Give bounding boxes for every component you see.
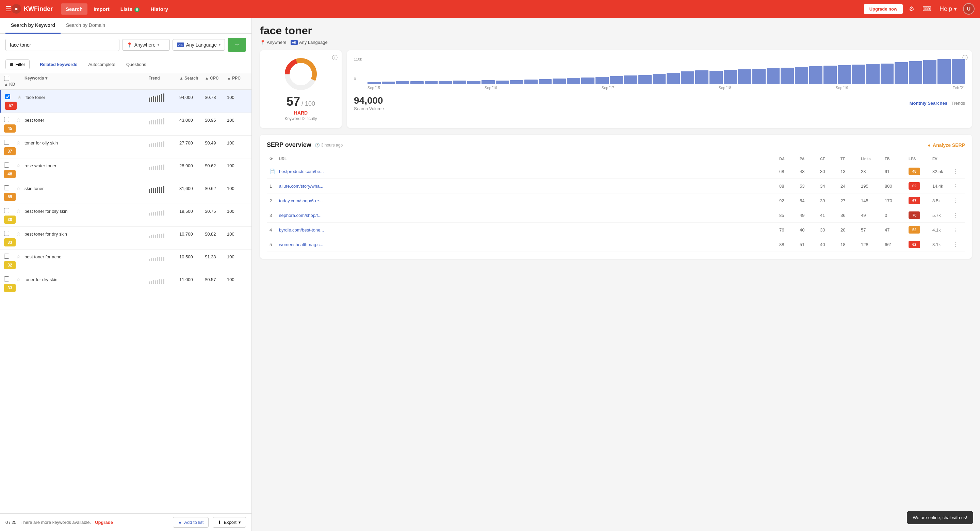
star-icon-1[interactable]: ☆ (16, 117, 21, 123)
help-menu[interactable]: Help ▾ (937, 3, 959, 14)
trend-bars-7 (149, 252, 179, 261)
row-checkbox-5[interactable] (4, 208, 9, 213)
star-icon-2[interactable]: ☆ (16, 140, 21, 146)
serp-menu-1[interactable]: ⋮ (953, 183, 958, 189)
table-row[interactable]: ★ face toner 94,000 $0.78 (0, 90, 251, 113)
serp-url-4[interactable]: byrdie.com/best-tone... (279, 227, 324, 233)
location-select[interactable]: 📍 Anywhere ▾ (122, 39, 170, 51)
upgrade-link[interactable]: Upgrade (95, 520, 113, 525)
sv-bar (453, 81, 466, 84)
serp-url-3[interactable]: sephora.com/shop/f... (279, 213, 321, 218)
kd-info-icon[interactable]: ⓘ (332, 54, 337, 62)
sv-chart: 110k 0 Sep '15 Sep '16 Sep '17 Sep '18 S… (354, 57, 965, 91)
app-logo: ● KWFinder (11, 4, 53, 14)
serp-header: SERP overview 🕐 3 hours ago ● Analyze SE… (267, 141, 965, 149)
row-checkbox-8[interactable] (4, 276, 9, 282)
kd-badge-3: 48 (4, 170, 16, 178)
table-row[interactable]: ☆ best toner for dry skin 10,700 (0, 227, 251, 249)
export-button[interactable]: ⬇ Export ▾ (213, 517, 246, 528)
serp-row[interactable]: 5 womenshealthmag.c... 88 51 40 18 128 6… (267, 237, 965, 252)
chat-widget[interactable]: We are online, chat with us! (907, 511, 973, 524)
language-select[interactable]: AB Any Language ▾ (172, 39, 225, 51)
sv-tab-monthly[interactable]: Monthly Searches (910, 101, 947, 106)
serp-row[interactable]: 4 byrdie.com/best-tone... 76 40 30 20 57… (267, 223, 965, 237)
pos-1: 1 (269, 184, 272, 189)
serp-menu-4[interactable]: ⋮ (953, 227, 958, 233)
da-0: 68 (779, 169, 800, 174)
analyze-serp-button[interactable]: ● Analyze SERP (928, 143, 965, 148)
keyword-name-5: best toner for oily skin (24, 209, 149, 214)
table-row[interactable]: ☆ best toner 43,000 $0.95 (0, 113, 251, 136)
serp-row[interactable]: 3 sephora.com/shop/f... 85 49 41 36 49 0… (267, 208, 965, 223)
table-row[interactable]: ☆ toner for dry skin 11,000 $0.5 (0, 272, 251, 295)
nav-lists[interactable]: Lists 0 (116, 3, 145, 14)
keyword-search-input[interactable] (5, 39, 119, 51)
row-checkbox-1[interactable] (4, 117, 9, 122)
star-icon-5[interactable]: ☆ (16, 208, 21, 214)
lps-badge-0: 48 (908, 168, 920, 175)
serp-menu-2[interactable]: ⋮ (953, 198, 958, 204)
serp-row[interactable]: 2 today.com/shop/6-re... 92 54 39 27 145… (267, 193, 965, 208)
tab-autocomplete[interactable]: Autocomplete (83, 60, 120, 69)
serp-row[interactable]: 📄 bestproducts.com/be... 68 43 30 13 23 … (267, 164, 965, 179)
tab-search-by-domain[interactable]: Search by Domain (60, 18, 111, 34)
row-checkbox-7[interactable] (4, 254, 9, 259)
tab-search-by-keyword[interactable]: Search by Keyword (5, 18, 60, 34)
table-row[interactable]: ☆ skin toner 31,600 $0.62 (0, 181, 251, 204)
serp-menu-3[interactable]: ⋮ (953, 212, 958, 218)
serp-menu-5[interactable]: ⋮ (953, 242, 958, 247)
table-row[interactable]: ☆ best toner for acne 10,500 $1. (0, 249, 251, 272)
sv-yaxis: 110k 0 (354, 57, 362, 81)
ppc-5: 100 (227, 209, 247, 214)
settings-icon[interactable]: ⚙ (907, 3, 916, 14)
hamburger-icon[interactable]: ☰ (5, 5, 11, 13)
add-to-list-button[interactable]: ★ Add to list (173, 517, 208, 528)
serp-url-1[interactable]: allure.com/story/wha... (279, 184, 323, 189)
serp-row[interactable]: 1 allure.com/story/wha... 88 53 34 24 19… (267, 179, 965, 193)
star-icon-4[interactable]: ☆ (16, 185, 21, 191)
table-header: Keywords ▾ Trend ▲ Search ▲ CPC ▲ PPC ▲ … (0, 73, 251, 90)
sv-tab-trends[interactable]: Trends (951, 101, 965, 106)
links-2: 145 (861, 198, 885, 203)
table-row[interactable]: ☆ rose water toner 28,900 $0.62 (0, 159, 251, 181)
row-checkbox-3[interactable] (4, 163, 9, 168)
app-name: KWFinder (24, 5, 53, 13)
select-all-checkbox[interactable] (4, 76, 9, 81)
serp-url-5[interactable]: womenshealthmag.c... (279, 242, 323, 247)
tab-questions[interactable]: Questions (121, 60, 151, 69)
keyword-name-2: toner for oily skin (24, 140, 149, 146)
sv-xaxis: Sep '15 Sep '16 Sep '17 Sep '18 Sep '19 … (368, 86, 965, 90)
filter-button[interactable]: Filter (5, 60, 30, 69)
search-go-button[interactable]: → (228, 38, 246, 52)
keyboard-icon[interactable]: ⌨ (920, 3, 933, 14)
user-avatar[interactable]: U (963, 3, 975, 14)
table-row[interactable]: ☆ best toner for oily skin 19,500 (0, 204, 251, 227)
star-icon-0[interactable]: ★ (18, 95, 22, 100)
table-row[interactable]: ☆ toner for oily skin 27,700 $0. (0, 136, 251, 159)
serp-menu-0[interactable]: ⋮ (953, 169, 958, 174)
keyword-table: Keywords ▾ Trend ▲ Search ▲ CPC ▲ PPC ▲ … (0, 73, 251, 513)
serp-url-2[interactable]: today.com/shop/6-re... (279, 198, 323, 203)
cf-4: 30 (820, 227, 840, 233)
row-checkbox-0[interactable] (5, 94, 10, 99)
da-4: 76 (779, 227, 800, 233)
keyword-header: face toner 📍 Anywhere AB Any Language (260, 24, 972, 45)
nav-import[interactable]: Import (89, 3, 115, 14)
star-icon-7[interactable]: ☆ (16, 254, 21, 259)
row-checkbox-6[interactable] (4, 231, 9, 236)
upgrade-button[interactable]: Upgrade now (864, 4, 903, 14)
nav-search[interactable]: Search (61, 3, 88, 14)
search-vol-5: 19,500 (179, 209, 205, 214)
star-icon-3[interactable]: ☆ (16, 163, 21, 168)
tab-related-keywords[interactable]: Related keywords (35, 60, 82, 69)
sv-bar (937, 59, 951, 84)
row-checkbox-2[interactable] (4, 140, 9, 145)
star-icon-8[interactable]: ☆ (16, 277, 21, 282)
star-icon-6[interactable]: ☆ (16, 231, 21, 236)
sv-bar (767, 68, 780, 84)
kd-badge-2: 37 (4, 147, 16, 155)
serp-url-0[interactable]: bestproducts.com/be... (279, 169, 324, 174)
cpc-2: $0.49 (205, 140, 227, 146)
row-checkbox-4[interactable] (4, 185, 9, 190)
nav-history[interactable]: History (146, 3, 173, 14)
